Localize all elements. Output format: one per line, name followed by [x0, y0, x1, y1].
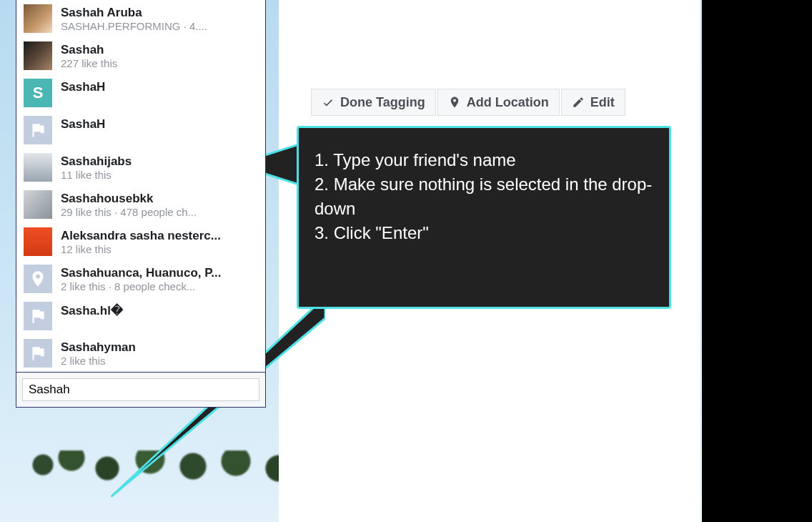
- done-tagging-label: Done Tagging: [340, 95, 425, 110]
- avatar: S: [24, 79, 52, 107]
- suggestion-item[interactable]: Sashahyman2 like this: [16, 335, 265, 372]
- instruction-line-2: 2. Make sure nothing is selected in the …: [315, 172, 653, 221]
- suggestion-text: Sashah227 like this: [61, 41, 117, 69]
- flag-icon: [29, 307, 47, 325]
- suggestion-name: Aleksandra sasha nesterc...: [61, 229, 221, 243]
- suggestion-text: Aleksandra sasha nesterc...12 like this: [61, 227, 221, 255]
- suggestion-item[interactable]: Aleksandra sasha nesterc...12 like this: [16, 223, 265, 260]
- suggestion-item[interactable]: SashaH: [16, 112, 265, 149]
- instruction-line-1: 1. Type your friend's name: [315, 148, 653, 172]
- add-location-button[interactable]: Add Location: [437, 89, 560, 116]
- instruction-callout: 1. Type your friend's name 2. Make sure …: [297, 126, 671, 309]
- tag-input-wrap: [16, 372, 265, 407]
- suggestion-item[interactable]: SSashaH: [16, 74, 265, 112]
- avatar: [24, 190, 52, 219]
- suggestion-name: Sashahijabs: [61, 154, 132, 169]
- suggestion-text: Sashah ArubaSASHAH.PERFORMING · 4....: [61, 4, 207, 32]
- check-icon: [322, 96, 335, 109]
- suggestion-name: Sasha.hl�: [61, 303, 123, 318]
- background-black-bar: [702, 0, 812, 522]
- suggestion-text: Sashahijabs11 like this: [61, 153, 132, 181]
- avatar: [24, 153, 52, 182]
- suggestion-text: Sasha.hl�: [61, 302, 123, 318]
- suggestion-subtext: 11 like this: [61, 169, 132, 181]
- avatar: [24, 339, 52, 368]
- suggestion-name: Sashah Aruba: [61, 6, 207, 20]
- suggestion-item[interactable]: Sasha.hl�: [16, 297, 265, 335]
- instruction-line-3: 3. Click "Enter": [315, 221, 653, 245]
- suggestion-item[interactable]: Sashahousebkk29 like this · 478 people c…: [16, 186, 265, 223]
- suggestion-name: SashaH: [61, 80, 105, 94]
- suggestion-text: Sashahousebkk29 like this · 478 people c…: [61, 190, 197, 218]
- location-pin-icon: [29, 270, 47, 288]
- avatar: [24, 302, 52, 330]
- suggestion-text: Sashahyman2 like this: [61, 339, 136, 367]
- location-pin-icon: [448, 96, 461, 109]
- avatar: [24, 4, 52, 33]
- avatar: [24, 116, 52, 144]
- avatar: [24, 227, 52, 256]
- avatar: [24, 41, 52, 70]
- suggestion-text: SashaH: [61, 116, 105, 132]
- tag-input[interactable]: [22, 378, 259, 401]
- suggestion-subtext: 2 like this: [61, 355, 136, 367]
- suggestion-subtext: 2 like this · 8 people check...: [61, 280, 222, 292]
- pencil-icon: [572, 96, 585, 109]
- suggestion-name: Sashah: [61, 43, 117, 57]
- flag-icon: [29, 121, 47, 139]
- suggestion-item[interactable]: Sashah227 like this: [16, 37, 265, 74]
- suggestion-name: Sashahuanca, Huanuco, P...: [61, 266, 222, 280]
- suggestion-item[interactable]: Sashah ArubaSASHAH.PERFORMING · 4....: [16, 0, 265, 37]
- tag-suggestion-dropdown: Sashah ArubaSASHAH.PERFORMING · 4....Sas…: [16, 0, 266, 408]
- suggestion-text: SashaH: [61, 79, 105, 94]
- suggestion-subtext: 29 like this · 478 people ch...: [61, 206, 197, 218]
- suggestion-name: Sashahyman: [61, 340, 136, 355]
- suggestion-item[interactable]: Sashahijabs11 like this: [16, 149, 265, 186]
- suggestion-subtext: 12 like this: [61, 243, 221, 255]
- edit-button[interactable]: Edit: [561, 89, 625, 116]
- add-location-label: Add Location: [467, 95, 549, 110]
- flag-icon: [29, 344, 47, 363]
- photo-toolbar: Done Tagging Add Location Edit: [311, 89, 625, 116]
- suggestion-subtext: SASHAH.PERFORMING · 4....: [61, 20, 207, 32]
- avatar: [24, 265, 52, 293]
- edit-label: Edit: [590, 95, 615, 110]
- suggestion-text: Sashahuanca, Huanuco, P...2 like this · …: [61, 265, 222, 292]
- suggestion-name: Sashahousebkk: [61, 192, 197, 206]
- suggestion-name: SashaH: [61, 117, 105, 132]
- suggestion-item[interactable]: Sashahuanca, Huanuco, P...2 like this · …: [16, 260, 265, 297]
- suggestion-subtext: 227 like this: [61, 57, 117, 69]
- done-tagging-button[interactable]: Done Tagging: [311, 89, 436, 116]
